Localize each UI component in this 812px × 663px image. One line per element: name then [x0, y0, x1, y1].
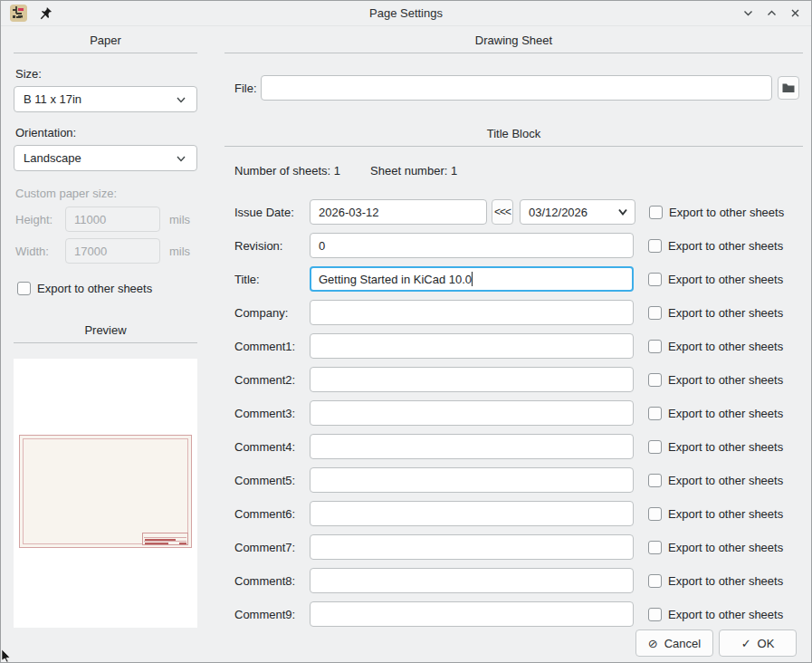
title-block-fields: Issue Date: 2026-03-12 <<< 03/12/2026 Ex… [224, 199, 803, 627]
file-row: File: [224, 75, 803, 101]
export-checkbox[interactable] [648, 574, 662, 588]
comment4-input[interactable] [310, 434, 634, 459]
export-checkbox-group[interactable]: Export to other sheets [648, 239, 783, 253]
paper-section-header: Paper [14, 26, 197, 53]
export-checkbox[interactable] [648, 373, 662, 387]
file-label: File: [234, 82, 261, 95]
drawing-sheet-header: Drawing Sheet [224, 26, 803, 53]
comment1-input[interactable] [310, 333, 634, 359]
export-checkbox[interactable] [648, 306, 662, 320]
export-checkbox[interactable] [648, 440, 662, 454]
export-checkbox[interactable] [648, 407, 662, 420]
export-checkbox-group[interactable]: Export to other sheets [648, 407, 783, 420]
title-block-field-row: Company: Export to other sheets [234, 300, 803, 325]
ok-button[interactable]: ✓ OK [719, 629, 797, 657]
export-checkbox-label: Export to other sheets [668, 541, 783, 554]
paper-export-checkbox[interactable] [17, 282, 31, 295]
export-checkbox-group[interactable]: Export to other sheets [648, 273, 783, 286]
comment9-input[interactable] [310, 601, 634, 627]
issue-date-export-group[interactable]: Export to other sheets [649, 206, 784, 219]
revision-input[interactable]: 0 [310, 233, 634, 258]
issue-date-row: Issue Date: 2026-03-12 <<< 03/12/2026 Ex… [234, 199, 803, 225]
export-checkbox-label: Export to other sheets [668, 239, 783, 253]
export-checkbox[interactable] [648, 541, 662, 554]
preview-title-block [142, 533, 188, 545]
date-picker-value: 03/12/2026 [529, 206, 588, 219]
title-block-field-row: Comment7: Export to other sheets [234, 534, 803, 560]
company-input[interactable] [310, 300, 634, 325]
export-checkbox-group[interactable]: Export to other sheets [648, 574, 783, 588]
export-checkbox-group[interactable]: Export to other sheets [648, 541, 783, 554]
copy-date-button[interactable]: <<< [492, 199, 513, 225]
title-block-field-row: Comment1: Export to other sheets [234, 333, 803, 359]
height-unit-label: mils [169, 213, 190, 226]
export-checkbox-group[interactable]: Export to other sheets [648, 474, 783, 487]
browse-file-button[interactable] [778, 76, 799, 100]
ok-check-icon: ✓ [741, 638, 751, 649]
field-label: Comment7: [234, 541, 310, 554]
comment3-input[interactable] [310, 400, 634, 426]
title-block-field-row: Revision: 0 Export to other sheets [234, 233, 803, 258]
cancel-button[interactable]: ⊘ Cancel [635, 629, 713, 657]
pin-icon[interactable] [39, 6, 53, 20]
export-checkbox[interactable] [649, 206, 663, 219]
drawing-sheet-divider [224, 53, 803, 53]
custom-width-row: Width: 17000 mils [14, 238, 197, 264]
export-checkbox-group[interactable]: Export to other sheets [648, 340, 783, 353]
field-label: Comment4: [234, 440, 310, 454]
title-block-field-row: Comment2: Export to other sheets [234, 367, 803, 392]
field-label: Comment8: [234, 574, 310, 588]
title-input[interactable]: Getting Started in KiCad 10.0 [310, 266, 634, 292]
cancel-button-label: Cancel [664, 637, 701, 650]
date-picker[interactable]: 03/12/2026 [520, 199, 635, 225]
export-checkbox-label: Export to other sheets [668, 273, 783, 286]
paper-export-checkbox-group[interactable]: Export to other sheets [14, 282, 197, 295]
orientation-label: Orientation: [14, 126, 197, 139]
width-input[interactable]: 17000 [65, 238, 160, 264]
window-title: Page Settings [1, 6, 811, 20]
field-label: Comment6: [234, 507, 310, 521]
orientation-select[interactable]: Landscape [14, 145, 197, 171]
maximize-button[interactable] [764, 6, 779, 21]
title-block-header: Title Block [224, 120, 803, 146]
export-checkbox-group[interactable]: Export to other sheets [648, 507, 783, 521]
comment6-input[interactable] [310, 501, 634, 526]
issue-date-value: 2026-03-12 [319, 206, 379, 219]
field-value: 0 [319, 239, 325, 253]
orientation-value: Landscape [24, 151, 81, 165]
title-block-field-row: Comment5: Export to other sheets [234, 467, 803, 493]
export-checkbox[interactable] [648, 273, 662, 286]
export-checkbox-group[interactable]: Export to other sheets [648, 608, 783, 621]
title-block-field-row: Comment3: Export to other sheets [234, 400, 803, 426]
comment7-input[interactable] [310, 534, 634, 560]
export-checkbox-group[interactable]: Export to other sheets [648, 440, 783, 454]
chevron-down-icon [175, 152, 187, 165]
dialog-buttons: ⊘ Cancel ✓ OK [635, 629, 797, 657]
paper-size-select[interactable]: B 11 x 17in [14, 86, 197, 112]
export-checkbox[interactable] [648, 474, 662, 487]
export-checkbox-label: Export to other sheets [668, 474, 783, 487]
page-settings-dialog: Page Settings Paper Size: B 11 x 17in Or… [0, 0, 812, 663]
kicad-app-icon[interactable] [10, 5, 27, 22]
export-checkbox[interactable] [648, 608, 662, 621]
preview-section-header: Preview [14, 316, 197, 342]
comment8-input[interactable] [310, 568, 634, 593]
paper-export-checkbox-label: Export to other sheets [37, 282, 152, 295]
height-input[interactable]: 11000 [65, 207, 160, 232]
comment2-input[interactable] [310, 367, 634, 392]
minimize-button[interactable] [740, 6, 755, 21]
drawing-sheet-panel: Drawing Sheet File: Title Block Number o… [224, 26, 803, 635]
issue-date-label: Issue Date: [234, 206, 310, 219]
export-checkbox[interactable] [648, 507, 662, 521]
field-rows-container: Revision: 0 Export to other sheets Title… [234, 233, 803, 627]
export-checkbox[interactable] [648, 340, 662, 353]
comment5-input[interactable] [310, 467, 634, 493]
page-preview [14, 359, 197, 628]
issue-date-input[interactable]: 2026-03-12 [310, 199, 487, 225]
close-button[interactable] [788, 6, 802, 21]
export-checkbox-group[interactable]: Export to other sheets [648, 306, 783, 320]
file-input[interactable] [261, 75, 772, 101]
export-checkbox-group[interactable]: Export to other sheets [648, 373, 783, 387]
export-checkbox[interactable] [648, 239, 662, 253]
export-checkbox-label: Export to other sheets [668, 306, 783, 320]
